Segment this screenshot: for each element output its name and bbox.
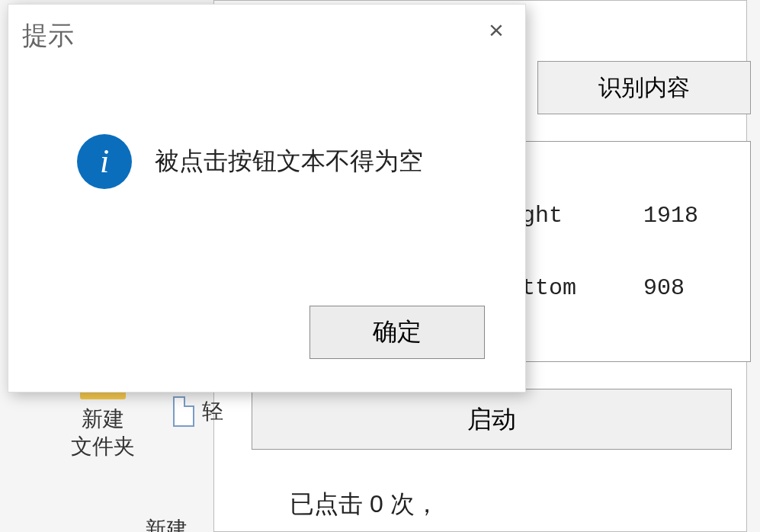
document-icon — [173, 396, 194, 427]
info-icon: i — [77, 134, 132, 189]
start-button[interactable]: 启动 — [252, 389, 732, 450]
alert-dialog: 提示 × i 被点击按钮文本不得为空 确定 — [8, 4, 526, 393]
coord-right-value: 1918 — [643, 203, 712, 229]
start-button-label: 启动 — [467, 405, 516, 433]
file-icon-row[interactable]: 轻 — [152, 396, 244, 427]
dialog-body: i 被点击按钮文本不得为空 — [77, 134, 423, 189]
recognize-button-label: 识别内容 — [598, 75, 690, 100]
dialog-title: 提示 — [22, 18, 74, 53]
recognize-button[interactable]: 识别内容 — [537, 61, 751, 114]
coord-bottom-row: ottom 908 — [508, 275, 712, 301]
close-icon: × — [489, 15, 504, 44]
coord-right-row: ight 1918 — [508, 203, 712, 229]
folder-label: 新建 文件夹 — [61, 405, 145, 460]
click-count-status: 已点击 0 次， — [290, 488, 439, 521]
close-button[interactable]: × — [481, 16, 511, 46]
ok-button[interactable]: 确定 — [309, 306, 485, 359]
coord-bottom-value: 908 — [643, 275, 712, 301]
new-folder-partial-label: 新建 — [145, 515, 188, 532]
file-label: 轻 — [202, 399, 223, 423]
ok-button-label: 确定 — [373, 318, 422, 345]
info-glyph: i — [100, 145, 109, 178]
dialog-message: 被点击按钮文本不得为空 — [155, 145, 423, 178]
